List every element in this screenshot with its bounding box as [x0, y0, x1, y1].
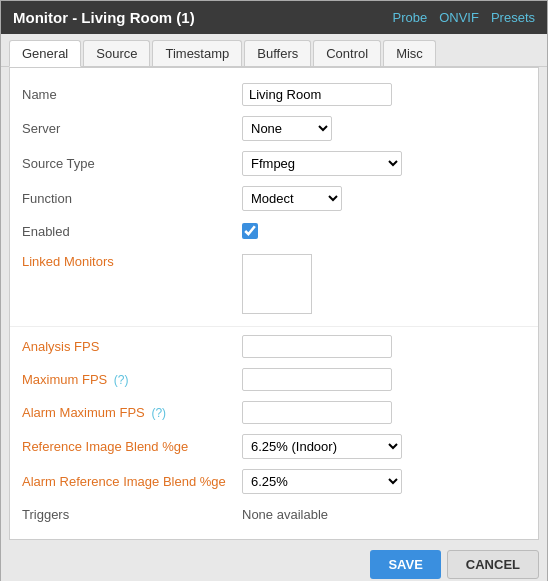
analysis-fps-row: Analysis FPS — [10, 326, 538, 363]
source-type-select[interactable]: Ffmpeg Local Remote RTSP — [242, 151, 402, 176]
header-links: Probe ONVIF Presets — [392, 10, 535, 25]
triggers-value: None available — [242, 507, 328, 522]
tab-source[interactable]: Source — [83, 40, 150, 66]
alarm-blend-select[interactable]: 6.25% 12.5% 25% — [242, 469, 402, 494]
name-label: Name — [22, 87, 242, 102]
alarm-blend-label: Alarm Reference Image Blend %ge — [22, 474, 242, 489]
linked-monitors-label: Linked Monitors — [22, 254, 242, 269]
analysis-fps-label: Analysis FPS — [22, 339, 242, 354]
tab-general[interactable]: General — [9, 40, 81, 67]
name-input[interactable] — [242, 83, 392, 106]
server-label: Server — [22, 121, 242, 136]
source-type-row: Source Type Ffmpeg Local Remote RTSP — [10, 146, 538, 181]
title-bar: Monitor - Living Room (1) Probe ONVIF Pr… — [1, 1, 547, 34]
max-fps-input[interactable] — [242, 368, 392, 391]
alarm-max-fps-help[interactable]: (?) — [151, 406, 166, 420]
max-fps-label: Maximum FPS (?) — [22, 372, 242, 387]
probe-link[interactable]: Probe — [392, 10, 427, 25]
tab-bar: General Source Timestamp Buffers Control… — [1, 34, 547, 67]
ref-blend-row: Reference Image Blend %ge 6.25% (Indoor)… — [10, 429, 538, 464]
linked-monitors-box[interactable] — [242, 254, 312, 314]
alarm-max-fps-label: Alarm Maximum FPS (?) — [22, 405, 242, 420]
ref-blend-select[interactable]: 6.25% (Indoor) 12.5% 25% — [242, 434, 402, 459]
function-label: Function — [22, 191, 242, 206]
function-select[interactable]: Modect Monitor Record Mocord Nodect — [242, 186, 342, 211]
tab-timestamp[interactable]: Timestamp — [152, 40, 242, 66]
monitor-window: Monitor - Living Room (1) Probe ONVIF Pr… — [0, 0, 548, 581]
analysis-fps-input[interactable] — [242, 335, 392, 358]
enabled-row: Enabled — [10, 216, 538, 246]
footer: SAVE CANCEL — [1, 540, 547, 581]
server-row: Server None — [10, 111, 538, 146]
enabled-checkbox[interactable] — [242, 223, 258, 239]
tab-buffers[interactable]: Buffers — [244, 40, 311, 66]
ref-blend-label: Reference Image Blend %ge — [22, 439, 242, 454]
max-fps-help[interactable]: (?) — [114, 373, 129, 387]
save-button[interactable]: SAVE — [370, 550, 440, 579]
tab-misc[interactable]: Misc — [383, 40, 436, 66]
server-select[interactable]: None — [242, 116, 332, 141]
alarm-blend-row: Alarm Reference Image Blend %ge 6.25% 12… — [10, 464, 538, 499]
source-type-label: Source Type — [22, 156, 242, 171]
function-row: Function Modect Monitor Record Mocord No… — [10, 181, 538, 216]
alarm-max-fps-input[interactable] — [242, 401, 392, 424]
triggers-label: Triggers — [22, 507, 242, 522]
tab-control[interactable]: Control — [313, 40, 381, 66]
form-content: Name Server None Source Type Ffmpeg Loca… — [9, 67, 539, 540]
name-row: Name — [10, 78, 538, 111]
alarm-max-fps-row: Alarm Maximum FPS (?) — [10, 396, 538, 429]
linked-monitors-row: Linked Monitors — [10, 246, 538, 322]
window-title: Monitor - Living Room (1) — [13, 9, 195, 26]
onvif-link[interactable]: ONVIF — [439, 10, 479, 25]
enabled-label: Enabled — [22, 224, 242, 239]
presets-link[interactable]: Presets — [491, 10, 535, 25]
max-fps-row: Maximum FPS (?) — [10, 363, 538, 396]
cancel-button[interactable]: CANCEL — [447, 550, 539, 579]
triggers-row: Triggers None available — [10, 499, 538, 529]
